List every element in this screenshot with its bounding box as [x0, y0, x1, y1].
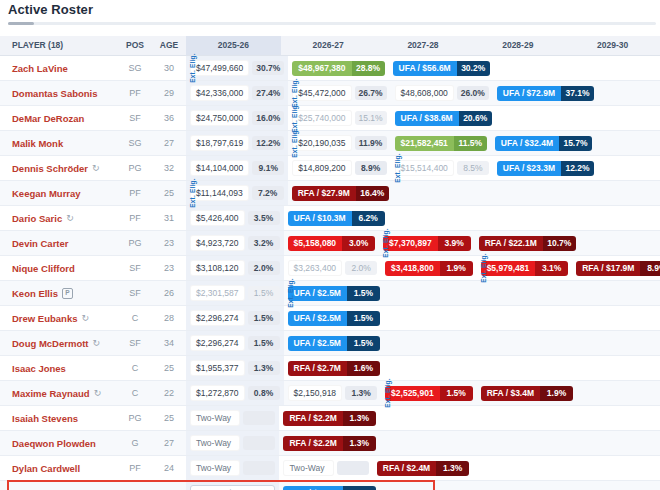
column-header-age[interactable]: AGE [152, 36, 186, 55]
salary-wrap: $45,472,00026.7% [292, 85, 386, 101]
pos-cell: SF [118, 106, 152, 130]
season-cell: Ext. Elig.$47,499,66030.7% [186, 56, 288, 80]
cap-pct: 27.4% [252, 86, 284, 100]
player-link[interactable]: Daeqwon Plowden [12, 438, 96, 449]
column-header-2027-28[interactable]: 2027-28 [376, 36, 471, 55]
player-link[interactable]: Keegan Murray [12, 188, 81, 199]
season-cell [580, 231, 660, 255]
season-cell: UFA / $72.9M37.1% [493, 81, 598, 105]
season-cell: UFA / $56.6M30.2% [389, 56, 494, 80]
season-cell: $3,108,1202.0% [186, 256, 284, 280]
fa-badge: UFA / $23.3M12.2% [497, 161, 594, 176]
cap-pct: 9.1% [252, 161, 284, 175]
badge-pct: 1.5% [343, 486, 376, 490]
player-link[interactable]: Maxime Raynaud [12, 388, 90, 399]
player-cell: Dylan Cardwell [0, 456, 118, 480]
cap-pct: 16.0% [252, 111, 284, 125]
cap-pct: 3.5% [248, 211, 280, 225]
season-cell: Ext. Elig.$45,472,00026.7% [288, 81, 390, 105]
badge-pct: 6.2% [352, 211, 385, 226]
salary-value: $15,514,400 [395, 160, 454, 176]
salary-wrap: $1,955,3771.3% [190, 360, 280, 376]
salary-wrap: $2,296,2741.5% [190, 335, 280, 351]
season-cell [568, 306, 660, 330]
cap-pct: 8.9% [355, 161, 387, 175]
cap-pct [337, 461, 369, 475]
fa-badge: RFA / $2.2M1.3% [283, 436, 375, 451]
column-header-2025-26[interactable]: 2025-26 [186, 36, 281, 55]
season-cell [494, 56, 577, 80]
salary-wrap: $2,301,5871.5% [190, 285, 280, 301]
player-transaction-icon: ↻ [81, 314, 89, 323]
salary-value: $24,750,000 [190, 110, 249, 126]
player-link[interactable]: Malik Monk [12, 138, 63, 149]
age-cell: 27 [152, 131, 186, 155]
player-link[interactable]: Domantas Sabonis [12, 88, 98, 99]
season-cell [596, 131, 660, 155]
player-cell: Keon EllisP [0, 281, 118, 305]
player-link[interactable]: Isaac Jones [12, 363, 66, 374]
column-header-pos[interactable]: POS [118, 36, 152, 55]
player-cell: Maxime Raynaud↻ [0, 381, 118, 405]
fa-badge: UFA / $2.5M1.5% [288, 336, 380, 351]
column-header-2028-29[interactable]: 2028-29 [470, 36, 565, 55]
badge-label: RFA / $2.2M [283, 436, 342, 451]
pos-cell: PF [118, 206, 152, 230]
age-cell: 28 [152, 481, 186, 490]
badge-label: RFA / $2.7M [288, 361, 347, 376]
age-cell: 26 [152, 281, 186, 305]
player-link[interactable]: Drew Eubanks [12, 313, 77, 324]
badge-pct: 1.5% [440, 386, 473, 401]
season-cell: $3,263,4002.0% [284, 256, 382, 280]
player-link[interactable]: Devin Carter [12, 238, 69, 249]
badge-pct: 10.7% [543, 236, 576, 251]
player-link[interactable]: Isaiah Stevens [12, 413, 78, 424]
player-link[interactable]: Zach LaVine [12, 63, 68, 74]
salary-wrap: $15,514,4008.5% [395, 160, 489, 176]
column-header-2029-30[interactable]: 2029-30 [565, 36, 660, 55]
player-link[interactable]: Doug McDermott [12, 338, 89, 349]
fa-badge: UFA / $32.4M15.7% [495, 136, 592, 151]
pos-cell: G [118, 431, 152, 455]
season-cell: Ext. Elig.$20,190,03511.9% [288, 131, 390, 155]
cap-pct: 12.2% [252, 136, 284, 150]
two-way-label: Two-Way [190, 460, 240, 476]
cap-pct [243, 411, 275, 425]
table-row: Drew Eubanks↻C28$2,296,2741.5%UFA / $2.5… [0, 306, 660, 331]
badge-label: $2,525,901 [385, 386, 440, 401]
badge-pct: 1.9% [440, 261, 473, 276]
season-cell: $42,336,00027.4% [186, 81, 288, 105]
season-cell [578, 106, 660, 130]
player-link[interactable]: Keon Ellis [12, 288, 58, 299]
salary-wrap: $3,263,4002.0% [288, 260, 378, 276]
salary-value: $42,336,000 [190, 85, 249, 101]
player-link[interactable]: Nique Clifford [12, 263, 75, 274]
player-link[interactable]: Dylan Cardwell [12, 463, 80, 474]
table-row: Dennis Schröder↻PG32$14,104,0009.1%$14,8… [0, 156, 660, 181]
season-cell [567, 406, 660, 430]
fa-badge: UFA / $2.5M1.5% [283, 486, 375, 490]
badge-pct: 8.9% [640, 261, 660, 276]
player-link[interactable]: Dario Saric [12, 213, 62, 224]
season-cell: RFA / $2.2M1.3% [279, 406, 379, 430]
table-row: Terence Davis↻SG28$0UFA / $2.5M1.5% [0, 481, 660, 490]
season-cell: Two-Way [186, 431, 279, 455]
column-header-player-18-[interactable]: PLAYER (18) [0, 36, 118, 55]
salary-input[interactable]: $0 [190, 485, 275, 490]
column-header-2026-27[interactable]: 2026-27 [281, 36, 376, 55]
two-way-label: Two-Way [283, 460, 333, 476]
badge-label: UFA / $72.9M [497, 86, 561, 101]
season-cell: $5,426,4003.5% [186, 206, 284, 230]
salary-value: $25,740,000 [292, 110, 351, 126]
fa-badge: RFA / $22.1M10.7% [479, 236, 576, 251]
badge-label: $5,979,481 [481, 261, 536, 276]
player-link[interactable]: DeMar DeRozan [12, 113, 84, 124]
player-cell: Drew Eubanks↻ [0, 306, 118, 330]
player-link[interactable]: Dennis Schröder [12, 163, 88, 174]
season-cell: Ext. Elig.$7,370,8973.9% [379, 231, 475, 255]
age-cell: 36 [152, 106, 186, 130]
page-title: Active Roster [8, 2, 660, 17]
ext-elig-label: Ext. Elig. [394, 153, 401, 182]
salary-wrap: $24,750,00016.0% [190, 110, 284, 126]
cap-pct: 7.2% [252, 186, 284, 200]
